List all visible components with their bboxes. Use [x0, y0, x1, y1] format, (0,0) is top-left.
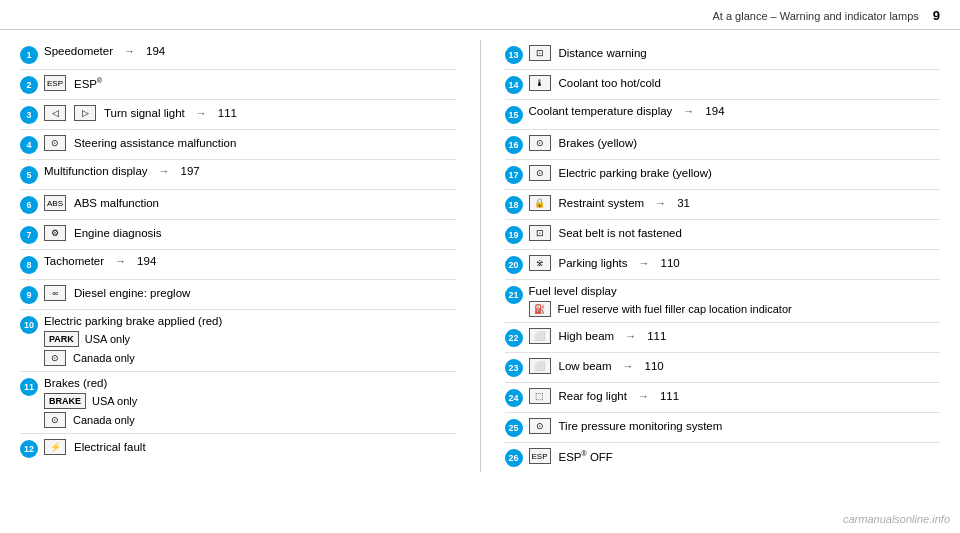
arrow-icon: → — [159, 165, 170, 177]
espoff-icon: ESP — [529, 448, 551, 464]
item-content: ∞ Diesel engine: preglow — [44, 285, 456, 301]
item-content: ⚡ Electrical fault — [44, 439, 456, 455]
item-number: 13 — [505, 46, 523, 64]
table-row: 12 ⚡ Electrical fault — [20, 434, 456, 463]
arrow-icon: → — [639, 257, 650, 269]
item-text: Brakes (red) — [44, 377, 107, 389]
arrow-icon: → — [638, 390, 649, 402]
seatbelt-icon: ⊡ — [529, 225, 551, 241]
item-line: ESP ESP® OFF — [529, 448, 941, 464]
table-row: 19 ⊡ Seat belt is not fastened — [505, 220, 941, 250]
item-line: ⚡ Electrical fault — [44, 439, 456, 455]
list-item: ⊙ Canada only — [44, 350, 456, 366]
item-number: 23 — [505, 359, 523, 377]
item-content: Fuel level display ⛽ Fuel reserve with f… — [529, 285, 941, 317]
item-line: Fuel level display — [529, 285, 941, 297]
item-line: ⊙ Brakes (yellow) — [529, 135, 941, 151]
item-line: ⊡ Seat belt is not fastened — [529, 225, 941, 241]
canada-brake-icon: ⊙ — [44, 412, 66, 428]
item-content: ※ Parking lights → 110 — [529, 255, 941, 271]
item-line: ⚙ Engine diagnosis — [44, 225, 456, 241]
left-column: 1 Speedometer → 194 2 ESP ESP® 3 — [20, 40, 456, 472]
item-number: 3 — [20, 106, 38, 124]
item-line: ⬜ Low beam → 110 — [529, 358, 941, 374]
steering-icon: ⊙ — [44, 135, 66, 151]
item-number: 5 — [20, 166, 38, 184]
item-content: 🌡 Coolant too hot/cold — [529, 75, 941, 91]
page-header: At a glance – Warning and indicator lamp… — [0, 0, 960, 30]
item-content: ⊙ Electric parking brake (yellow) — [529, 165, 941, 181]
table-row: 10 Electric parking brake applied (red) … — [20, 310, 456, 372]
item-text: Speedometer — [44, 45, 113, 57]
item-text: Brakes (yellow) — [559, 137, 638, 149]
item-content: ⊙ Brakes (yellow) — [529, 135, 941, 151]
item-line: Coolant temperature display → 194 — [529, 105, 941, 117]
table-row: 15 Coolant temperature display → 194 — [505, 100, 941, 130]
table-row: 1 Speedometer → 194 — [20, 40, 456, 70]
item-content: ⊡ Seat belt is not fastened — [529, 225, 941, 241]
item-number: 25 — [505, 419, 523, 437]
item-number: 26 — [505, 449, 523, 467]
table-row: 21 Fuel level display ⛽ Fuel reserve wit… — [505, 280, 941, 323]
item-content: Multifunction display → 197 — [44, 165, 456, 177]
header-title: At a glance – Warning and indicator lamp… — [713, 10, 919, 22]
list-item: PARK USA only — [44, 331, 456, 347]
table-row: 20 ※ Parking lights → 110 — [505, 250, 941, 280]
turn-right-icon: ▷ — [74, 105, 96, 121]
item-number: 18 — [505, 196, 523, 214]
epb-yellow-icon: ⊙ — [529, 165, 551, 181]
sub-item-text: USA only — [85, 333, 130, 345]
item-number: 1 — [20, 46, 38, 64]
parking-lights-icon: ※ — [529, 255, 551, 271]
item-text: Coolant temperature display — [529, 105, 673, 117]
park-icon: PARK — [44, 331, 79, 347]
item-content: ⊙ Steering assistance malfunction — [44, 135, 456, 151]
item-content: Tachometer → 194 — [44, 255, 456, 267]
sub-item-text: Canada only — [73, 414, 135, 426]
item-content: Electric parking brake applied (red) PAR… — [44, 315, 456, 366]
table-row: 2 ESP ESP® — [20, 70, 456, 100]
item-text: High beam — [559, 330, 615, 342]
item-line: ※ Parking lights → 110 — [529, 255, 941, 271]
item-content: Brakes (red) BRAKE USA only ⊙ Canada onl… — [44, 377, 456, 428]
coolant-icon: 🌡 — [529, 75, 551, 91]
item-text: ESP® — [74, 77, 102, 90]
right-column: 13 ⊡ Distance warning 14 🌡 Coolant too h… — [505, 40, 941, 472]
arrow-icon: → — [625, 330, 636, 342]
brake-yellow-icon: ⊙ — [529, 135, 551, 151]
item-line: ⊙ Tire pressure monitoring system — [529, 418, 941, 434]
table-row: 23 ⬜ Low beam → 110 — [505, 353, 941, 383]
table-row: 13 ⊡ Distance warning — [505, 40, 941, 70]
distance-icon: ⊡ — [529, 45, 551, 61]
item-number: 15 — [505, 106, 523, 124]
item-line: ⬚ Rear fog light → 111 — [529, 388, 941, 404]
item-number: 20 — [505, 256, 523, 274]
table-row: 17 ⊙ Electric parking brake (yellow) — [505, 160, 941, 190]
item-number: 24 — [505, 389, 523, 407]
item-line: 🔒 Restraint system → 31 — [529, 195, 941, 211]
item-content: 🔒 Restraint system → 31 — [529, 195, 941, 211]
item-line: Brakes (red) — [44, 377, 456, 389]
page-ref: 194 — [146, 45, 165, 57]
item-number: 11 — [20, 378, 38, 396]
table-row: 3 ◁ ▷ Turn signal light → 111 — [20, 100, 456, 130]
item-line: ⊙ Electric parking brake (yellow) — [529, 165, 941, 181]
item-content: ◁ ▷ Turn signal light → 111 — [44, 105, 456, 121]
engine-icon: ⚙ — [44, 225, 66, 241]
fuel-sub-text: Fuel reserve with fuel filler cap locati… — [558, 303, 792, 315]
item-text: Parking lights — [559, 257, 628, 269]
table-row: 4 ⊙ Steering assistance malfunction — [20, 130, 456, 160]
item-number: 9 — [20, 286, 38, 304]
item-text: Multifunction display — [44, 165, 148, 177]
item-content: ⬜ Low beam → 110 — [529, 358, 941, 374]
item-text: Restraint system — [559, 197, 645, 209]
arrow-icon: → — [124, 45, 135, 57]
restraint-icon: 🔒 — [529, 195, 551, 211]
item-number: 19 — [505, 226, 523, 244]
esp-icon: ESP — [44, 75, 66, 91]
item-line: ESP ESP® — [44, 75, 456, 91]
diesel-icon: ∞ — [44, 285, 66, 301]
item-text: Coolant too hot/cold — [559, 77, 661, 89]
item-text: Engine diagnosis — [74, 227, 162, 239]
list-item: BRAKE USA only — [44, 393, 456, 409]
